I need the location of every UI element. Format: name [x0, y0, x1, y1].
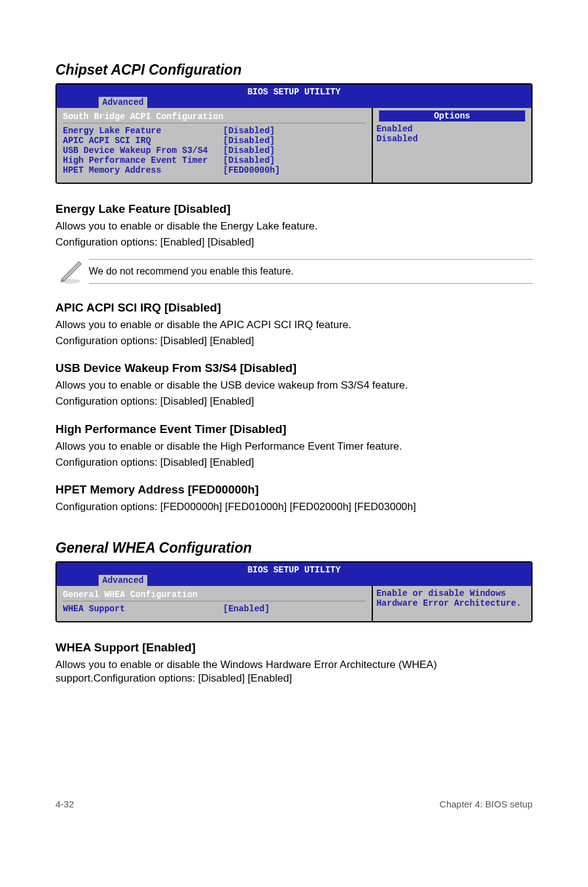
pencil-icon	[55, 255, 89, 287]
bios-row-label: HPET Memory Address	[63, 165, 223, 175]
item-body: Allows you to enable or disable the USB …	[55, 379, 533, 392]
item-body: Allows you to enable or disable the Ener…	[55, 220, 533, 233]
bios-row[interactable]: Energy Lake Feature [Disabled]	[63, 126, 365, 136]
note-box: We do not recommend you enable this feat…	[55, 255, 533, 287]
svg-marker-1	[62, 262, 81, 281]
bios-row-value: [Disabled]	[223, 136, 275, 146]
bios-header: BIOS SETUP UTILITY Advanced	[57, 85, 531, 108]
bios-row-label: USB Device Wakeup From S3/S4	[63, 146, 223, 155]
footer-page-number: 4-32	[55, 799, 74, 809]
footer-chapter: Chapter 4: BIOS setup	[439, 799, 533, 809]
item-body: Configuration options: [Disabled] [Enabl…	[55, 395, 533, 408]
page-footer: 4-32 Chapter 4: BIOS setup	[0, 799, 588, 834]
bios-row-label: WHEA Support	[63, 604, 223, 614]
bios-utility-title: BIOS SETUP UTILITY	[62, 87, 526, 97]
item-body: Configuration options: [FED00000h] [FED0…	[55, 500, 533, 514]
bios-panel-title: South Bridge ACPI Configuration	[63, 112, 365, 123]
item-body: Allows you to enable or disable the High…	[55, 440, 533, 453]
item-body: Configuration options: [Enabled] [Disabl…	[55, 236, 533, 249]
item-body: Configuration options: [Disabled] [Enabl…	[55, 334, 533, 348]
bios-row-value: [Disabled]	[223, 155, 275, 165]
bios-row-label: Energy Lake Feature	[63, 126, 223, 136]
item-heading-hpet-timer: High Performance Event Timer [Disabled]	[55, 423, 533, 436]
item-body: Configuration options: [Disabled] [Enabl…	[55, 456, 533, 469]
section-title-whea: General WHEA Configuration	[55, 540, 533, 556]
bios-row-label: APIC ACPI SCI IRQ	[63, 136, 223, 146]
bios-utility-title: BIOS SETUP UTILITY	[62, 565, 526, 575]
item-heading-hpet-addr: HPET Memory Address [FED00000h]	[55, 483, 533, 497]
bios-row[interactable]: USB Device Wakeup From S3/S4 [Disabled]	[63, 146, 365, 155]
bios-left-panel: South Bridge ACPI Configuration Energy L…	[57, 108, 372, 183]
bios-help-text: Enable or disable Windows Hardware Error…	[377, 588, 528, 608]
bios-left-panel: General WHEA Configuration WHEA Support …	[57, 586, 372, 621]
bios-row-label: High Performance Event Timer	[63, 155, 223, 165]
item-heading-energy-lake: Energy Lake Feature [Disabled]	[55, 202, 533, 216]
bios-row[interactable]: High Performance Event Timer [Disabled]	[63, 155, 365, 165]
bios-row-value: [Disabled]	[223, 126, 275, 136]
bios-row-value: [Disabled]	[223, 146, 275, 155]
item-body: Allows you to enable or disable the APIC…	[55, 318, 533, 332]
bios-body: South Bridge ACPI Configuration Energy L…	[57, 108, 531, 183]
item-heading-whea: WHEA Support [Enabled]	[55, 641, 533, 654]
bios-row[interactable]: WHEA Support [Enabled]	[63, 604, 365, 614]
item-heading-usb-wakeup: USB Device Wakeup From S3/S4 [Disabled]	[55, 361, 533, 375]
section-title-chipset: Chipset ACPI Configuration	[55, 62, 533, 78]
note-text: We do not recommend you enable this feat…	[89, 259, 533, 284]
bios-panel-whea: BIOS SETUP UTILITY Advanced General WHEA…	[55, 561, 533, 622]
bios-tab-advanced[interactable]: Advanced	[99, 575, 147, 586]
bios-right-panel: Enable or disable Windows Hardware Error…	[372, 586, 531, 621]
bios-option[interactable]: Disabled	[377, 134, 528, 144]
bios-row[interactable]: APIC ACPI SCI IRQ [Disabled]	[63, 136, 365, 146]
item-body: Allows you to enable or disable the Wind…	[55, 658, 533, 685]
bios-row-value: [FED00000h]	[223, 165, 280, 175]
bios-row-value: [Enabled]	[223, 604, 270, 614]
bios-row[interactable]: HPET Memory Address [FED00000h]	[63, 165, 365, 175]
bios-header: BIOS SETUP UTILITY Advanced	[57, 563, 531, 586]
bios-options-title: Options	[379, 110, 525, 122]
bios-panel-title: General WHEA Configuration	[63, 590, 365, 601]
bios-right-panel: Options Enabled Disabled	[372, 108, 531, 183]
bios-tab-advanced[interactable]: Advanced	[99, 97, 147, 108]
bios-panel-chipset: BIOS SETUP UTILITY Advanced South Bridge…	[55, 83, 533, 184]
bios-body: General WHEA Configuration WHEA Support …	[57, 586, 531, 621]
bios-option[interactable]: Enabled	[377, 124, 528, 134]
item-heading-apic: APIC ACPI SCI IRQ [Disabled]	[55, 301, 533, 315]
